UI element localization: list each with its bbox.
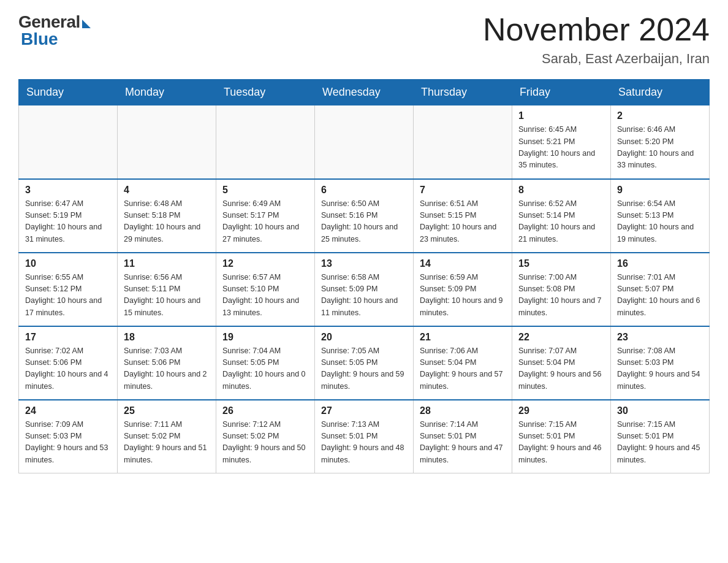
day-info: Sunrise: 6:49 AMSunset: 5:17 PMDaylight:… [222, 198, 308, 246]
calendar-cell: 4Sunrise: 6:48 AMSunset: 5:18 PMDaylight… [118, 179, 216, 253]
day-info: Sunrise: 7:00 AMSunset: 5:08 PMDaylight:… [518, 272, 604, 320]
calendar-cell: 29Sunrise: 7:15 AMSunset: 5:01 PMDayligh… [512, 400, 611, 473]
calendar-cell: 19Sunrise: 7:04 AMSunset: 5:05 PMDayligh… [216, 326, 315, 400]
title-block: November 2024 Sarab, East Azerbaijan, Ir… [483, 12, 710, 67]
calendar-cell [19, 105, 118, 179]
calendar-cell: 7Sunrise: 6:51 AMSunset: 5:15 PMDaylight… [414, 179, 512, 253]
day-info: Sunrise: 6:52 AMSunset: 5:14 PMDaylight:… [518, 198, 604, 246]
day-number: 4 [124, 185, 210, 196]
calendar-cell: 12Sunrise: 6:57 AMSunset: 5:10 PMDayligh… [216, 253, 315, 326]
day-info: Sunrise: 6:50 AMSunset: 5:16 PMDaylight:… [321, 198, 407, 246]
calendar-cell: 20Sunrise: 7:05 AMSunset: 5:05 PMDayligh… [315, 326, 414, 400]
calendar-cell: 26Sunrise: 7:12 AMSunset: 5:02 PMDayligh… [216, 400, 315, 473]
logo: General Blue [18, 12, 91, 49]
calendar-cell [216, 105, 315, 179]
day-number: 10 [25, 258, 111, 269]
day-number: 14 [420, 258, 506, 269]
calendar-cell: 23Sunrise: 7:08 AMSunset: 5:03 PMDayligh… [611, 326, 710, 400]
calendar-cell: 17Sunrise: 7:02 AMSunset: 5:06 PMDayligh… [19, 326, 118, 400]
day-number: 13 [321, 258, 407, 269]
calendar-cell: 3Sunrise: 6:47 AMSunset: 5:19 PMDaylight… [19, 179, 118, 253]
calendar-week-row: 10Sunrise: 6:55 AMSunset: 5:12 PMDayligh… [19, 253, 710, 326]
calendar-week-row: 17Sunrise: 7:02 AMSunset: 5:06 PMDayligh… [19, 326, 710, 400]
day-number: 11 [124, 258, 210, 269]
day-info: Sunrise: 6:47 AMSunset: 5:19 PMDaylight:… [25, 198, 111, 246]
day-info: Sunrise: 7:09 AMSunset: 5:03 PMDaylight:… [25, 419, 111, 467]
day-number: 25 [124, 405, 210, 416]
calendar-cell: 6Sunrise: 6:50 AMSunset: 5:16 PMDaylight… [315, 179, 414, 253]
day-info: Sunrise: 7:15 AMSunset: 5:01 PMDaylight:… [518, 419, 604, 467]
day-info: Sunrise: 7:13 AMSunset: 5:01 PMDaylight:… [321, 419, 407, 467]
day-number: 30 [617, 405, 703, 416]
day-number: 8 [518, 185, 604, 196]
weekday-header-thursday: Thursday [414, 80, 512, 105]
day-info: Sunrise: 6:55 AMSunset: 5:12 PMDaylight:… [25, 272, 111, 320]
calendar-cell: 27Sunrise: 7:13 AMSunset: 5:01 PMDayligh… [315, 400, 414, 473]
day-info: Sunrise: 6:57 AMSunset: 5:10 PMDaylight:… [222, 272, 308, 320]
calendar-cell: 11Sunrise: 6:56 AMSunset: 5:11 PMDayligh… [118, 253, 216, 326]
logo-blue-text: Blue [21, 29, 58, 49]
day-number: 19 [222, 332, 308, 343]
calendar-cell: 13Sunrise: 6:58 AMSunset: 5:09 PMDayligh… [315, 253, 414, 326]
day-number: 21 [420, 332, 506, 343]
calendar-week-row: 1Sunrise: 6:45 AMSunset: 5:21 PMDaylight… [19, 105, 710, 179]
calendar-cell: 24Sunrise: 7:09 AMSunset: 5:03 PMDayligh… [19, 400, 118, 473]
calendar-cell: 21Sunrise: 7:06 AMSunset: 5:04 PMDayligh… [414, 326, 512, 400]
day-number: 7 [420, 185, 506, 196]
day-number: 12 [222, 258, 308, 269]
day-number: 2 [617, 110, 703, 121]
calendar-cell: 1Sunrise: 6:45 AMSunset: 5:21 PMDaylight… [512, 105, 611, 179]
calendar-cell: 8Sunrise: 6:52 AMSunset: 5:14 PMDaylight… [512, 179, 611, 253]
day-number: 27 [321, 405, 407, 416]
day-number: 9 [617, 185, 703, 196]
day-info: Sunrise: 7:07 AMSunset: 5:04 PMDaylight:… [518, 345, 604, 393]
location-title: Sarab, East Azerbaijan, Iran [483, 51, 710, 67]
day-number: 20 [321, 332, 407, 343]
calendar-table: SundayMondayTuesdayWednesdayThursdayFrid… [18, 79, 710, 473]
calendar-cell: 22Sunrise: 7:07 AMSunset: 5:04 PMDayligh… [512, 326, 611, 400]
day-info: Sunrise: 6:45 AMSunset: 5:21 PMDaylight:… [518, 124, 604, 172]
day-info: Sunrise: 7:12 AMSunset: 5:02 PMDaylight:… [222, 419, 308, 467]
weekday-header-monday: Monday [118, 80, 216, 105]
day-number: 1 [518, 110, 604, 121]
calendar-cell: 25Sunrise: 7:11 AMSunset: 5:02 PMDayligh… [118, 400, 216, 473]
day-info: Sunrise: 7:06 AMSunset: 5:04 PMDaylight:… [420, 345, 506, 393]
day-info: Sunrise: 6:59 AMSunset: 5:09 PMDaylight:… [420, 272, 506, 320]
day-number: 5 [222, 185, 308, 196]
day-info: Sunrise: 6:54 AMSunset: 5:13 PMDaylight:… [617, 198, 703, 246]
day-number: 17 [25, 332, 111, 343]
calendar-week-row: 24Sunrise: 7:09 AMSunset: 5:03 PMDayligh… [19, 400, 710, 473]
day-info: Sunrise: 6:51 AMSunset: 5:15 PMDaylight:… [420, 198, 506, 246]
calendar-cell: 10Sunrise: 6:55 AMSunset: 5:12 PMDayligh… [19, 253, 118, 326]
day-number: 16 [617, 258, 703, 269]
day-info: Sunrise: 6:46 AMSunset: 5:20 PMDaylight:… [617, 124, 703, 172]
calendar-cell: 28Sunrise: 7:14 AMSunset: 5:01 PMDayligh… [414, 400, 512, 473]
logo-arrow-icon [82, 20, 91, 28]
day-info: Sunrise: 7:14 AMSunset: 5:01 PMDaylight:… [420, 419, 506, 467]
day-number: 18 [124, 332, 210, 343]
calendar-cell [118, 105, 216, 179]
day-number: 6 [321, 185, 407, 196]
calendar-cell: 30Sunrise: 7:15 AMSunset: 5:01 PMDayligh… [611, 400, 710, 473]
calendar-cell: 16Sunrise: 7:01 AMSunset: 5:07 PMDayligh… [611, 253, 710, 326]
day-info: Sunrise: 7:04 AMSunset: 5:05 PMDaylight:… [222, 345, 308, 393]
weekday-header-saturday: Saturday [611, 80, 710, 105]
calendar-cell: 15Sunrise: 7:00 AMSunset: 5:08 PMDayligh… [512, 253, 611, 326]
weekday-header-friday: Friday [512, 80, 611, 105]
day-info: Sunrise: 6:56 AMSunset: 5:11 PMDaylight:… [124, 272, 210, 320]
calendar-cell: 14Sunrise: 6:59 AMSunset: 5:09 PMDayligh… [414, 253, 512, 326]
weekday-header-row: SundayMondayTuesdayWednesdayThursdayFrid… [19, 80, 710, 105]
day-info: Sunrise: 7:08 AMSunset: 5:03 PMDaylight:… [617, 345, 703, 393]
calendar-week-row: 3Sunrise: 6:47 AMSunset: 5:19 PMDaylight… [19, 179, 710, 253]
day-number: 28 [420, 405, 506, 416]
day-info: Sunrise: 7:11 AMSunset: 5:02 PMDaylight:… [124, 419, 210, 467]
day-number: 3 [25, 185, 111, 196]
day-info: Sunrise: 7:03 AMSunset: 5:06 PMDaylight:… [124, 345, 210, 393]
calendar-cell: 2Sunrise: 6:46 AMSunset: 5:20 PMDaylight… [611, 105, 710, 179]
weekday-header-sunday: Sunday [19, 80, 118, 105]
calendar-cell [414, 105, 512, 179]
weekday-header-tuesday: Tuesday [216, 80, 315, 105]
day-info: Sunrise: 7:05 AMSunset: 5:05 PMDaylight:… [321, 345, 407, 393]
day-info: Sunrise: 6:48 AMSunset: 5:18 PMDaylight:… [124, 198, 210, 246]
day-info: Sunrise: 7:01 AMSunset: 5:07 PMDaylight:… [617, 272, 703, 320]
